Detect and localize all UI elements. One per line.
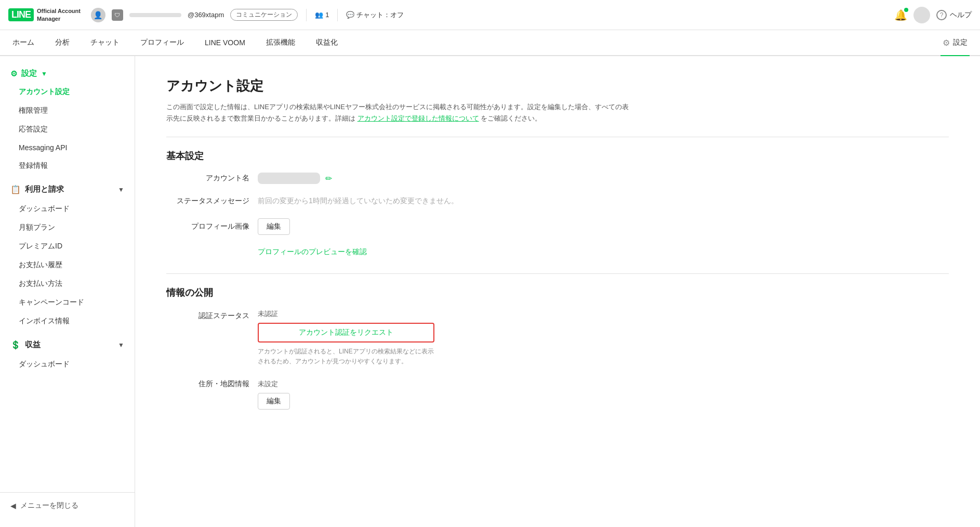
sidebar-section-revenue[interactable]: 💲 収益 ▼ bbox=[0, 335, 135, 355]
sidebar-settings-label: 設定 bbox=[21, 69, 37, 78]
top-header: LINE Official Account Manager 👤 🛡 @369xt… bbox=[0, 0, 980, 30]
sidebar-item-registration[interactable]: 登録情報 bbox=[0, 156, 135, 175]
address-edit-button[interactable]: 編集 bbox=[258, 393, 290, 410]
account-type-badge: コミュニケーション bbox=[230, 9, 298, 21]
account-info-link[interactable]: アカウント設定で登録した情報について bbox=[357, 114, 479, 122]
status-message-placeholder: 前回の変更から1時間が経過していないため変更できません。 bbox=[258, 196, 458, 206]
profile-image-edit-button[interactable]: 編集 bbox=[258, 218, 290, 235]
help-button[interactable]: ? ヘルプ bbox=[936, 10, 972, 20]
address-label: 住所・地図情報 bbox=[166, 377, 249, 389]
chevron-down-icon: ▼ bbox=[41, 70, 47, 77]
pencil-icon[interactable]: ✏ bbox=[325, 174, 332, 183]
address-value-container: 未設定 編集 bbox=[258, 377, 290, 410]
sidebar-billing-label: 利用と請求 bbox=[25, 185, 64, 194]
nav-monetization[interactable]: 収益化 bbox=[314, 30, 340, 56]
followers-icon: 👥 bbox=[315, 11, 323, 19]
request-verification-button[interactable]: アカウント認証をリクエスト bbox=[258, 323, 434, 342]
header-divider-1 bbox=[306, 9, 307, 21]
account-name-placeholder bbox=[258, 173, 320, 184]
nav-linevoom[interactable]: LINE VOOM bbox=[203, 30, 247, 56]
account-name-label: アカウント名 bbox=[166, 174, 249, 183]
sidebar-item-account-settings[interactable]: アカウント設定 bbox=[0, 83, 135, 101]
sidebar-item-dashboard[interactable]: ダッシュボード bbox=[0, 200, 135, 218]
user-avatar[interactable] bbox=[913, 7, 930, 23]
header-divider-2 bbox=[337, 9, 338, 21]
close-menu-button[interactable]: ◀ メニューを閉じる bbox=[0, 492, 135, 519]
sidebar-section-settings[interactable]: ⚙ 設定 ▼ bbox=[0, 64, 135, 83]
address-row: 住所・地図情報 未設定 編集 bbox=[166, 377, 949, 410]
page-title: アカウント設定 bbox=[166, 77, 949, 95]
basic-settings-title: 基本設定 bbox=[166, 150, 949, 162]
preview-link-container: プロフィールのプレビューを確認 bbox=[166, 247, 949, 261]
page-description: この画面で設定した情報は、LINEアプリの検索結果やLINEヤフー株式会社のサー… bbox=[166, 101, 634, 124]
nav-bar: ホーム 分析 チャット プロフィール LINE VOOM 拡張機能 収益化 ⚙ … bbox=[0, 30, 980, 56]
sidebar-item-messaging-api[interactable]: Messaging API bbox=[0, 139, 135, 156]
sidebar-item-payment-method[interactable]: お支払い方法 bbox=[0, 274, 135, 293]
profile-image-label: プロフィール画像 bbox=[166, 222, 249, 231]
main-layout: ⚙ 設定 ▼ アカウント設定 権限管理 応答設定 Messaging API 登… bbox=[0, 56, 980, 527]
sidebar-item-premium-id[interactable]: プレミアムID bbox=[0, 237, 135, 256]
header-right: 🔔 ? ヘルプ bbox=[894, 7, 972, 23]
status-message-value: 前回の変更から1時間が経過していないため変更できません。 bbox=[258, 196, 458, 206]
help-label: ヘルプ bbox=[950, 10, 972, 20]
status-message-label: ステータスメッセージ bbox=[166, 196, 249, 206]
notification-bell[interactable]: 🔔 bbox=[894, 9, 907, 21]
gear-icon: ⚙ bbox=[943, 38, 950, 48]
sidebar-item-permissions[interactable]: 権限管理 bbox=[0, 101, 135, 120]
account-name-value: ✏ bbox=[258, 173, 332, 184]
nav-settings[interactable]: ⚙ 設定 bbox=[941, 30, 970, 56]
account-id: @369xtapm bbox=[188, 11, 224, 19]
account-name-display bbox=[129, 13, 181, 17]
sidebar-item-response-settings[interactable]: 応答設定 bbox=[0, 120, 135, 139]
chevron-down-icon-revenue: ▼ bbox=[118, 341, 124, 349]
sidebar-item-campaign-code[interactable]: キャンペーンコード bbox=[0, 293, 135, 312]
sidebar-item-revenue-dashboard[interactable]: ダッシュボード bbox=[0, 355, 135, 374]
chevron-down-icon-billing: ▼ bbox=[118, 186, 124, 193]
address-status: 未設定 bbox=[258, 377, 290, 389]
request-description: アカウントが認証されると、LINEアプリの検索結果などに表示されるため、アカウン… bbox=[258, 347, 434, 366]
list-icon: 📋 bbox=[10, 185, 21, 194]
nav-chat[interactable]: チャット bbox=[88, 30, 122, 56]
info-public-title: 情報の公開 bbox=[166, 286, 949, 299]
notif-dot bbox=[904, 8, 908, 12]
followers-count: 👥 1 bbox=[315, 11, 329, 19]
sidebar-item-payment-history[interactable]: お支払い履歴 bbox=[0, 256, 135, 274]
question-icon: ? bbox=[936, 10, 947, 20]
shield-icon: 🛡 bbox=[112, 9, 123, 21]
nav-settings-label: 設定 bbox=[953, 38, 968, 47]
chevron-left-icon: ◀ bbox=[10, 502, 16, 510]
status-message-row: ステータスメッセージ 前回の変更から1時間が経過していないため変更できません。 bbox=[166, 196, 949, 206]
section-divider-1 bbox=[166, 137, 949, 137]
chat-icon: 💬 bbox=[346, 11, 354, 19]
sidebar-section-billing[interactable]: 📋 利用と請求 ▼ bbox=[0, 179, 135, 200]
profile-preview-link[interactable]: プロフィールのプレビューを確認 bbox=[258, 247, 367, 257]
gear-icon-sidebar: ⚙ bbox=[10, 69, 17, 78]
logo-text: Official Account Manager bbox=[37, 7, 81, 22]
nav-extensions[interactable]: 拡張機能 bbox=[264, 30, 297, 56]
nav-home[interactable]: ホーム bbox=[10, 30, 36, 56]
account-name-row: アカウント名 ✏ bbox=[166, 173, 949, 184]
sidebar-item-monthly-plan[interactable]: 月額プラン bbox=[0, 218, 135, 237]
account-circle-icon[interactable]: 👤 bbox=[91, 8, 105, 22]
sidebar: ⚙ 設定 ▼ アカウント設定 権限管理 応答設定 Messaging API 登… bbox=[0, 56, 135, 527]
sidebar-revenue-label: 収益 bbox=[25, 340, 41, 350]
section-divider-2 bbox=[166, 273, 949, 274]
profile-image-row: プロフィール画像 編集 bbox=[166, 218, 949, 235]
content-area: アカウント設定 この画面で設定した情報は、LINEアプリの検索結果やLINEヤフ… bbox=[135, 56, 980, 527]
chat-status: 💬 チャット：オフ bbox=[346, 10, 404, 20]
verification-status: 未認証 bbox=[258, 309, 434, 319]
close-menu-label: メニューを閉じる bbox=[20, 501, 78, 510]
verification-label: 認証ステータス bbox=[166, 309, 249, 321]
sidebar-item-invoice[interactable]: インボイス情報 bbox=[0, 312, 135, 331]
profile-image-value: 編集 bbox=[258, 218, 290, 235]
verification-value: 未認証 アカウント認証をリクエスト アカウントが認証されると、LINEアプリの検… bbox=[258, 309, 434, 366]
dollar-icon: 💲 bbox=[10, 340, 21, 350]
nav-analytics[interactable]: 分析 bbox=[53, 30, 72, 56]
nav-profile[interactable]: プロフィール bbox=[138, 30, 186, 56]
verification-row: 認証ステータス 未認証 アカウント認証をリクエスト アカウントが認証されると、L… bbox=[166, 309, 949, 366]
logo-area: LINE Official Account Manager bbox=[8, 7, 81, 22]
logo-line-badge: LINE bbox=[8, 8, 34, 21]
